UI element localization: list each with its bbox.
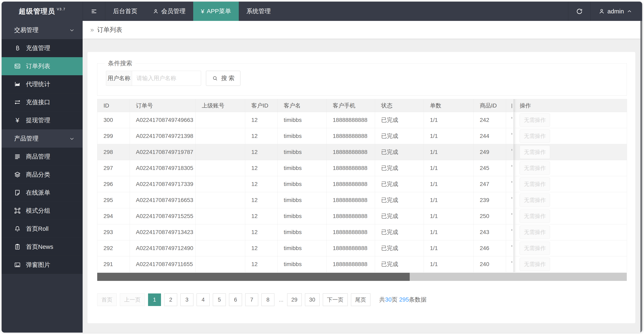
cell-phone: 18888888888 xyxy=(327,112,375,128)
bitcoin-icon xyxy=(14,44,21,52)
sidebar-item-recharge-api[interactable]: 充值接口 xyxy=(2,93,83,111)
search-panel: 条件搜索 用户名称 搜 索 xyxy=(97,63,627,96)
no-action-button: 无需操作 xyxy=(520,129,550,143)
cell-product-id: 250 xyxy=(474,208,506,224)
sidebar-item-label: 首页Roll xyxy=(26,225,48,233)
pagination-page-3[interactable]: 3 xyxy=(180,293,194,306)
status-badge: 已完成 xyxy=(375,128,424,144)
horizontal-scrollbar[interactable] xyxy=(97,273,627,281)
cell-actions: 无需操作 xyxy=(514,144,627,160)
cell-id: 298 xyxy=(98,144,130,160)
tab-home[interactable]: 后台首页 xyxy=(105,2,145,21)
col-clipped xyxy=(506,99,514,112)
tab-home-label: 后台首页 xyxy=(113,7,137,16)
sidebar-item-home-roll[interactable]: 首页Roll xyxy=(2,220,83,238)
sidebar-group-product[interactable]: 产品管理 xyxy=(2,129,83,148)
col-count: 单数 xyxy=(424,99,474,112)
cell-phone: 18888888888 xyxy=(327,160,375,176)
tab-app-menu[interactable]: ¥ APP菜单 xyxy=(193,2,239,21)
sidebar-item-label: 模式分组 xyxy=(26,207,50,215)
cell-clipped xyxy=(506,128,514,144)
cell-clipped xyxy=(506,224,514,240)
sidebar-item-recharge-mgmt[interactable]: 充值管理 xyxy=(2,39,83,57)
sidebar-item-goods-category[interactable]: 商品分类 xyxy=(2,166,83,184)
clipboard-icon xyxy=(14,243,21,250)
cell-parent xyxy=(196,160,245,176)
sidebar-item-goods-mgmt[interactable]: 商品管理 xyxy=(2,148,83,166)
chevron-up-icon xyxy=(627,9,632,14)
cell-actions: 无需操作 xyxy=(514,160,627,176)
cell-actions: 无需操作 xyxy=(514,176,627,192)
pagination-next-button[interactable]: 下一页 xyxy=(323,293,348,306)
cell-order-no: A02241708749718305 xyxy=(130,160,196,176)
pagination-page-8[interactable]: 8 xyxy=(262,293,274,306)
tab-system[interactable]: 系统管理 xyxy=(239,2,278,21)
sidebar-item-order-list[interactable]: 订单列表 xyxy=(2,57,83,75)
sidebar-group-trade[interactable]: 交易管理 xyxy=(2,21,83,39)
col-id: ID xyxy=(98,99,130,112)
cell-count: 1/1 xyxy=(424,112,474,128)
sidebar-item-popup-image[interactable]: 弹窗图片 xyxy=(2,256,83,274)
pagination-page-4[interactable]: 4 xyxy=(197,293,210,306)
sidebar-group-trade-label: 交易管理 xyxy=(14,26,38,34)
cell-customer-name: timibbs xyxy=(278,128,327,144)
cell-id: 295 xyxy=(98,192,130,208)
refresh-button[interactable] xyxy=(568,2,590,21)
cell-customer-id: 12 xyxy=(245,192,278,208)
pagination-page-6[interactable]: 6 xyxy=(229,293,242,306)
cell-customer-name: timibbs xyxy=(278,224,327,240)
status-badge: 已完成 xyxy=(375,192,424,208)
cell-parent xyxy=(196,208,245,224)
pagination-page-5[interactable]: 5 xyxy=(213,293,226,306)
search-button-label: 搜 索 xyxy=(221,74,234,82)
cell-customer-name: timibbs xyxy=(278,240,327,256)
sidebar-item-online-dispatch[interactable]: 在线派单 xyxy=(2,184,83,202)
horizontal-scrollbar-thumb[interactable] xyxy=(97,273,410,281)
sidebar-item-label: 充值接口 xyxy=(26,98,50,106)
table-header-row: ID 订单号 上级账号 客户ID 客户名 客户手机 状态 单数 商品ID 操作 xyxy=(98,99,627,112)
window-scrollbar[interactable] xyxy=(640,21,642,332)
sidebar-item-label: 在线派单 xyxy=(26,189,50,197)
sidebar-item-label: 充值管理 xyxy=(26,44,50,52)
chart-area-icon xyxy=(14,81,21,88)
col-customer-id: 客户ID xyxy=(245,99,278,112)
page-title: 订单列表 xyxy=(97,26,122,34)
cell-id: 296 xyxy=(98,176,130,192)
cell-customer-id: 12 xyxy=(245,256,278,272)
cell-product-id: 245 xyxy=(474,160,506,176)
search-button[interactable]: 搜 索 xyxy=(206,71,240,86)
tab-system-label: 系统管理 xyxy=(246,7,271,16)
cell-phone: 18888888888 xyxy=(327,256,375,272)
status-badge: 已完成 xyxy=(375,256,424,272)
cell-clipped xyxy=(506,208,514,224)
cell-parent xyxy=(196,176,245,192)
sidebar-toggle-button[interactable] xyxy=(83,2,105,21)
no-action-button: 无需操作 xyxy=(520,210,550,223)
sidebar-item-home-news[interactable]: 首页News xyxy=(2,238,83,256)
no-action-button: 无需操作 xyxy=(520,145,550,159)
pagination-page-29[interactable]: 29 xyxy=(287,293,302,306)
col-status: 状态 xyxy=(375,99,424,112)
pagination-first-button: 首页 xyxy=(97,293,117,306)
sidebar-item-withdraw-mgmt[interactable]: ¥ 提现管理 xyxy=(2,111,83,129)
sidebar-item-mode-group[interactable]: 模式分组 xyxy=(2,202,83,220)
top-bar: 超级管理员 V3.7 后台首页 会员管理 ¥ APP菜单 系统管理 xyxy=(2,2,642,21)
cell-customer-name: timibbs xyxy=(278,256,327,272)
cell-phone: 18888888888 xyxy=(327,128,375,144)
cell-count: 1/1 xyxy=(424,144,474,160)
pagination-page-1[interactable]: 1 xyxy=(148,293,161,306)
pagination-page-2[interactable]: 2 xyxy=(164,293,177,306)
table-row: 296A0224170874971733912timibbs1888888888… xyxy=(98,176,627,192)
pagination-page-7[interactable]: 7 xyxy=(245,293,258,306)
username-input[interactable] xyxy=(132,71,201,86)
app-title: 超级管理员 xyxy=(19,7,55,16)
status-badge: 已完成 xyxy=(375,224,424,240)
user-menu[interactable]: admin xyxy=(591,2,642,21)
sidebar: 交易管理 充值管理 订单列表 代理统计 充值接口 xyxy=(2,21,83,332)
cell-product-id: 246 xyxy=(474,240,506,256)
sidebar-item-agent-stats[interactable]: 代理统计 xyxy=(2,75,83,93)
pagination-last-button[interactable]: 尾页 xyxy=(351,293,370,306)
user-icon xyxy=(153,8,161,15)
pagination-page-30[interactable]: 30 xyxy=(305,293,320,306)
tab-members[interactable]: 会员管理 xyxy=(145,2,193,21)
